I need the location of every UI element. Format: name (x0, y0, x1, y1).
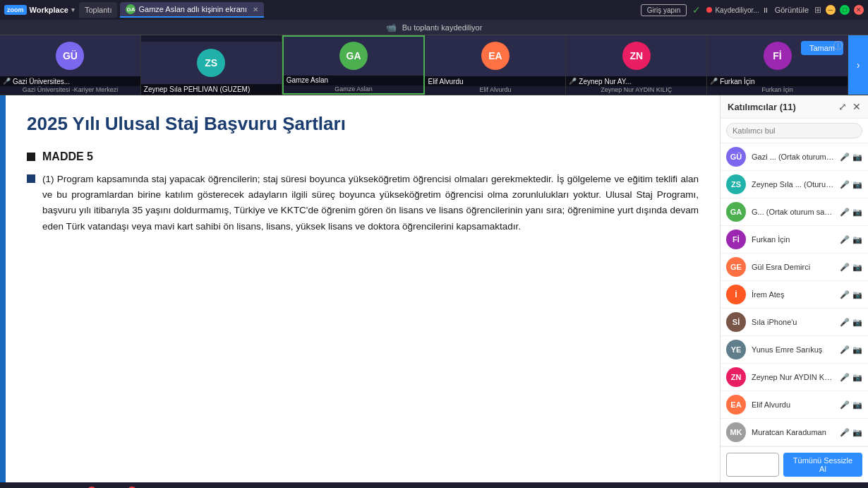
mic-control-icon[interactable]: 🎤 (840, 263, 850, 272)
search-participants-input[interactable] (726, 123, 862, 138)
video-control-icon[interactable]: 📷 (852, 400, 862, 410)
participant-item-controls[interactable]: 🎤 📷 (840, 400, 862, 410)
participant-list-item: EA Elif Alvurdu 🎤 📷 (721, 391, 868, 419)
top-actions: Giriş yapın ✓ Kaydediliyor... ⏸ Görüntül… (641, 4, 821, 16)
close-tab-icon[interactable]: ✕ (253, 6, 258, 13)
participant-item-controls[interactable]: 🎤 📷 (840, 345, 862, 355)
sign-in-button[interactable]: Giriş yapın (641, 4, 687, 16)
participant-list-item: ZN Zeynep Nur AYDIN KILIÇ 🎤 📷 (721, 364, 868, 391)
participant-item-info: Zeynep Nur AYDIN KILIÇ (752, 373, 834, 381)
view-label[interactable]: Görüntüle (775, 6, 809, 14)
participant-item-info: Zeynep Sıla ... (Oturum Sahibi) (752, 180, 834, 189)
participant-item-controls[interactable]: 🎤 📷 (840, 208, 862, 217)
participant-item-info: Muratcan Karaduman (752, 428, 834, 436)
participant-item-controls[interactable]: 🎤 📷 (840, 290, 862, 299)
participant-item-avatar: GA (726, 202, 746, 222)
participant-item-info: Yunus Emre Sarıkuş (752, 345, 834, 354)
close-button[interactable]: ✕ (854, 5, 864, 15)
screen-share-tab[interactable]: GA Gamze Aslan adlı kişinin ekranı ✕ (120, 2, 263, 18)
mute-all-button[interactable]: Tümünü Sessizle Al (783, 453, 862, 477)
mic-control-icon[interactable]: 🎤 (840, 235, 850, 244)
paragraph-text: (1) Program kapsamında staj yapacak öğre… (42, 172, 699, 234)
participant-item-controls[interactable]: 🎤 📷 (840, 153, 862, 162)
video-control-icon[interactable]: 📷 (852, 153, 862, 162)
video-control-icon[interactable]: 📷 (852, 373, 862, 382)
participant-item-name: Furkan İçin (752, 235, 834, 244)
mic-control-icon[interactable]: 🎤 (840, 400, 850, 410)
video-control-icon[interactable]: 📷 (852, 263, 862, 272)
participant-item-avatar: YE (726, 340, 746, 359)
participant-item-name: Zeynep Nur AYDIN KILIÇ (752, 373, 834, 381)
participant-thumb[interactable]: GA Gamze Aslan Gamze Aslan (282, 35, 426, 95)
mic-control-icon[interactable]: 🎤 (840, 373, 850, 382)
participant-thumb-bg: EA (425, 35, 565, 76)
participant-item-info: G... (Ortak oturum sahibi) (752, 208, 834, 216)
video-control-icon[interactable]: 📷 (852, 428, 862, 437)
mic-control-icon[interactable]: 🎤 (840, 428, 850, 437)
close-panel-icon[interactable]: ✕ (852, 101, 861, 112)
blue-accent-bar (0, 95, 6, 482)
participant-name-strip: 🎤 Zeynep Nur AY... (566, 76, 706, 87)
participant-item-controls[interactable]: 🎤 📷 (840, 235, 862, 244)
mic-control-icon[interactable]: 🎤 (840, 318, 850, 327)
participant-sublabel: Zeynep Nur AYDIN KILIÇ (566, 86, 706, 95)
participant-thumb[interactable]: EA Elif Alvurdu Elif Alvurdu (425, 35, 566, 95)
participant-item-controls[interactable]: 🎤 📷 (840, 263, 862, 272)
video-control-icon[interactable]: 📷 (852, 208, 862, 217)
participant-list-item: YE Yunus Emre Sarıkuş 🎤 📷 (721, 336, 868, 364)
camera-icon: 📹 (386, 23, 397, 32)
participant-item-controls[interactable]: 🎤 📷 (840, 373, 862, 382)
participant-thumb-bg: ZN (566, 35, 706, 76)
participant-item-avatar: EA (726, 395, 746, 415)
participant-list-item: GA G... (Ortak oturum sahibi) 🎤 📷 (721, 198, 868, 226)
meeting-tab-label: Toplantı (85, 6, 112, 14)
mic-control-icon[interactable]: 🎤 (840, 208, 850, 217)
pause-icon: ⏸ (762, 6, 769, 14)
mic-control-icon[interactable]: 🎤 (840, 180, 850, 189)
video-control-icon[interactable]: 📷 (852, 290, 862, 299)
info-icon[interactable]: ⓘ (833, 40, 843, 52)
video-control-icon[interactable]: 📷 (852, 318, 862, 327)
mic-control-icon[interactable]: 🎤 (840, 153, 850, 162)
participant-list-item: Fİ Furkan İçin 🎤 📷 (721, 226, 868, 254)
participant-item-name: Zeynep Sıla ... (Oturum Sahibi) (752, 180, 834, 189)
participant-item-avatar: ZS (726, 174, 746, 194)
participant-name-label: Elif Alvurdu (428, 78, 463, 85)
video-control-icon[interactable]: 📷 (852, 345, 862, 355)
participant-item-info: Sıla iPhone'u (752, 318, 834, 326)
participant-item-controls[interactable]: 🎤 📷 (840, 318, 862, 327)
participant-list-item: GÜ Gazi ... (Ortak oturum sahibi, ben) 🎤… (721, 143, 868, 171)
top-bar: zoom Workplace ▾ Toplantı GA Gamze Aslan… (0, 0, 868, 20)
participant-thumb[interactable]: ZS Zeynep Sıla PEHLIVAN (GUZEM) (141, 35, 282, 95)
participant-item-controls[interactable]: 🎤 📷 (840, 180, 862, 189)
video-control-icon[interactable]: 📷 (852, 180, 862, 189)
participant-avatar: ZN (622, 42, 651, 70)
dropdown-arrow-icon[interactable]: ▾ (71, 6, 75, 13)
maximize-button[interactable]: □ (840, 5, 850, 15)
meeting-tab[interactable]: Toplantı (79, 2, 118, 18)
notification-text: Bu toplantı kaydediliyor (402, 23, 483, 32)
mic-control-icon[interactable]: 🎤 (840, 290, 850, 299)
panel-title: Katılımcılar (11) (728, 102, 796, 112)
expand-icon[interactable]: ⤢ (838, 101, 847, 112)
participant-thumb[interactable]: ZN 🎤 Zeynep Nur AY... Zeynep Nur AYDIN K… (566, 35, 707, 95)
mic-control-icon[interactable]: 🎤 (840, 345, 850, 355)
green-check-icon: ✓ (692, 4, 701, 16)
participant-item-controls[interactable]: 🎤 📷 (840, 428, 862, 437)
participant-list: GÜ Gazi ... (Ortak oturum sahibi, ben) 🎤… (721, 143, 868, 446)
participant-item-name: Sıla iPhone'u (752, 318, 834, 326)
minimize-button[interactable]: ─ (826, 5, 836, 15)
video-control-icon[interactable]: 📷 (852, 235, 862, 244)
layout-icon[interactable]: ⊞ (814, 5, 821, 15)
participant-item-avatar: Sİ (726, 312, 746, 332)
madde-label: MADDE 5 (42, 150, 93, 163)
participant-thumb-bg: ZS (141, 42, 282, 84)
participant-thumb[interactable]: GÜ 🎤 Gazi Üniversites... Gazi Üniversite… (0, 35, 141, 95)
window-controls: ─ □ ✕ (826, 5, 864, 15)
rec-dot-icon (706, 7, 712, 13)
invite-button[interactable]: Davet Edin (726, 453, 779, 477)
participant-thumb-bg: GA (284, 37, 424, 76)
next-participant-arrow[interactable]: › (848, 35, 868, 95)
participant-name-label: Zeynep Nur AY... (579, 78, 631, 85)
muted-icon: 🎤 (569, 78, 577, 85)
